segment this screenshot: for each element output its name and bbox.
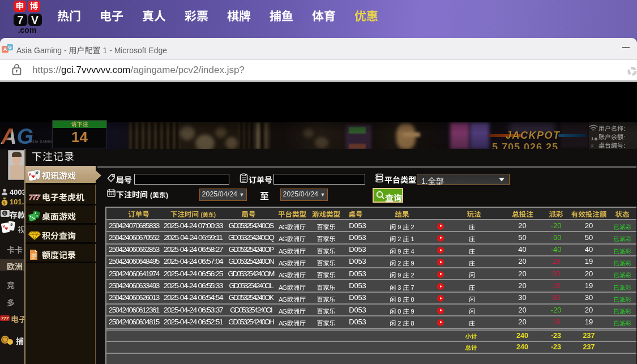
svg-text:777: 777 <box>29 193 40 202</box>
svg-text:777: 777 <box>1 316 9 321</box>
svg-text:$: $ <box>3 200 6 205</box>
svg-text:*: * <box>6 193 8 196</box>
